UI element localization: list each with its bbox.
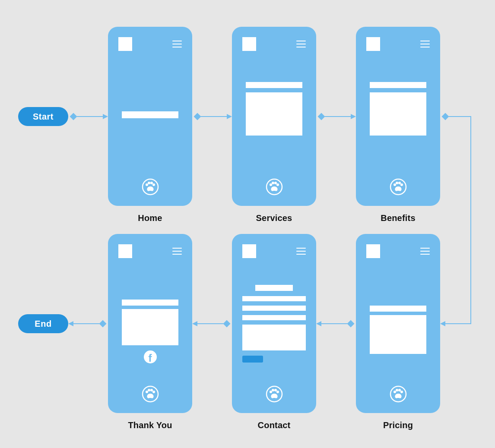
logo-placeholder [366, 244, 380, 258]
wireframe-input [242, 306, 306, 311]
paw-icon [142, 178, 159, 196]
wireframe-heading [255, 285, 293, 291]
screen-thankyou-content: f [118, 268, 182, 379]
logo-placeholder [118, 37, 132, 51]
hamburger-icon[interactable] [296, 248, 306, 255]
wireframe-input [242, 315, 306, 320]
hamburger-icon[interactable] [172, 41, 182, 47]
screen-home-content [118, 60, 182, 172]
screen-thankyou-label: Thank You [108, 420, 192, 430]
screen-pricing-label: Pricing [356, 420, 440, 430]
screen-contact [232, 234, 316, 413]
screen-pricing-content [366, 268, 430, 379]
end-label: End [35, 319, 51, 329]
screen-services-content [242, 60, 306, 172]
screen-services-label: Services [232, 213, 316, 223]
screen-home [108, 27, 192, 206]
logo-placeholder [242, 37, 256, 51]
start-label: Start [33, 112, 54, 122]
paw-icon [266, 385, 283, 403]
logo-placeholder [242, 244, 256, 258]
wireframe-bar [370, 82, 426, 88]
logo-placeholder [118, 244, 132, 258]
screen-benefits-content [366, 60, 430, 172]
connector-thankyou-end [68, 320, 106, 328]
wireframe-box [370, 92, 426, 136]
screen-thankyou: f [108, 234, 192, 413]
screen-services [232, 27, 316, 206]
paw-icon [390, 178, 407, 196]
paw-icon [266, 178, 283, 196]
wireframe-box [122, 309, 178, 345]
screen-contact-label: Contact [232, 420, 316, 430]
wireframe-submit-button[interactable] [242, 356, 263, 363]
hamburger-icon[interactable] [296, 41, 306, 47]
wireframe-bar [122, 111, 178, 118]
paw-icon [390, 385, 407, 403]
wireframe-textarea [242, 325, 306, 350]
wireframe-bar [246, 82, 302, 88]
hamburger-icon[interactable] [172, 248, 182, 255]
hamburger-icon[interactable] [420, 248, 430, 255]
wireframe-box [370, 315, 426, 354]
connector-services-benefits [318, 113, 356, 120]
screen-contact-content [242, 268, 306, 379]
connector-start-home [70, 113, 108, 120]
connector-benefits-pricing [440, 113, 471, 326]
wireframe-box [246, 92, 302, 136]
paw-icon [142, 385, 159, 403]
screen-benefits-label: Benefits [356, 213, 440, 223]
wireframe-bar [122, 300, 178, 306]
connector-home-services [194, 113, 232, 120]
hamburger-icon[interactable] [420, 41, 430, 47]
start-node: Start [18, 107, 68, 126]
facebook-icon[interactable]: f [144, 350, 157, 363]
wireframe-input [242, 296, 306, 301]
connector-pricing-contact [316, 320, 354, 328]
screen-benefits [356, 27, 440, 206]
wireframe-bar [370, 306, 426, 312]
logo-placeholder [366, 37, 380, 51]
screen-pricing [356, 234, 440, 413]
end-node: End [18, 314, 68, 333]
connector-contact-thankyou [192, 320, 230, 328]
screen-home-label: Home [108, 213, 192, 223]
